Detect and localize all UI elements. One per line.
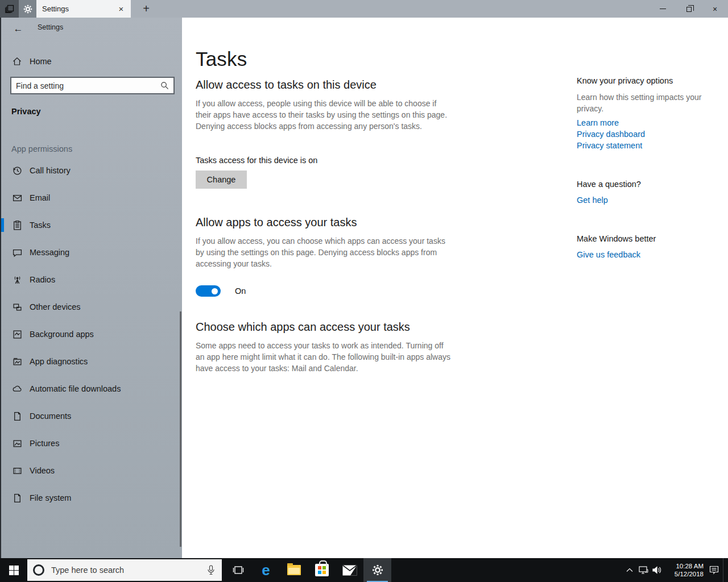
taskbar-store-button[interactable] xyxy=(308,558,336,582)
taskbar-search-input[interactable] xyxy=(44,566,187,575)
sidebar-item-label: File system xyxy=(30,493,71,502)
privacy-statement-link[interactable]: Privacy statement xyxy=(577,141,642,150)
sidebar-header: ← Settings xyxy=(1,18,182,43)
give-feedback-link[interactable]: Give us feedback xyxy=(577,250,640,259)
system-tray: 10:28 AM 5/12/2018 xyxy=(623,558,726,582)
privacy-dashboard-link[interactable]: Privacy dashboard xyxy=(577,130,645,139)
sidebar-item-messaging[interactable]: Messaging xyxy=(1,239,182,266)
other-devices-icon xyxy=(13,302,22,312)
taskbar-clock[interactable]: 10:28 AM 5/12/2018 xyxy=(667,562,704,578)
sidebar-item-label: Call history xyxy=(30,166,71,175)
task-view-button[interactable] xyxy=(224,558,252,582)
sidebar-item-label: Pictures xyxy=(30,439,59,448)
action-center-button[interactable] xyxy=(707,558,721,582)
sidebar-item-home[interactable]: Home xyxy=(1,50,182,73)
sidebar-item-label: Messaging xyxy=(30,248,69,257)
cloud-download-icon xyxy=(13,384,22,394)
task-view-icon xyxy=(233,564,244,576)
taskbar-search-box xyxy=(27,559,222,581)
app-access-toggle[interactable] xyxy=(196,285,221,297)
aside-privacy-heading: Know your privacy options xyxy=(577,76,673,85)
network-status-button[interactable] xyxy=(636,558,650,582)
minimize-button[interactable] xyxy=(650,0,676,18)
sidebar-item-label: Radios xyxy=(30,275,55,284)
start-button[interactable] xyxy=(0,558,27,582)
restore-button[interactable] xyxy=(676,0,702,18)
cortana-icon[interactable] xyxy=(33,564,44,576)
stacked-windows-icon xyxy=(5,5,14,14)
tab-close-icon[interactable]: × xyxy=(114,2,129,16)
show-desktop-button[interactable] xyxy=(723,558,726,582)
sidebar-item-tasks[interactable]: Tasks xyxy=(1,211,182,239)
background-apps-icon xyxy=(13,330,22,339)
close-button[interactable]: × xyxy=(702,0,728,18)
document-icon xyxy=(13,411,22,421)
sidebar-item-pictures[interactable]: Pictures xyxy=(1,430,182,457)
sidebar-item-label: Videos xyxy=(30,466,55,475)
sidebar-item-file-system[interactable]: File system xyxy=(1,484,182,512)
sidebar-item-label: Background apps xyxy=(30,330,94,339)
windows-logo-icon xyxy=(9,566,19,575)
file-explorer-icon xyxy=(287,565,301,575)
sidebar-item-videos[interactable]: Videos xyxy=(1,457,182,484)
settings-gear-icon xyxy=(19,0,36,18)
sidebar-item-other-devices[interactable]: Other devices xyxy=(1,293,182,321)
aside-privacy-body: Learn how this setting impacts your priv… xyxy=(577,92,713,114)
section-body-choose-apps: Some apps need to access your tasks to w… xyxy=(196,340,453,374)
sidebar-item-label: Email xyxy=(30,193,50,202)
sidebar-item-documents[interactable]: Documents xyxy=(1,402,182,430)
edge-icon: e xyxy=(262,563,270,577)
sidebar-item-radios[interactable]: Radios xyxy=(1,266,182,293)
main-content: Tasks Allow access to tasks on this devi… xyxy=(182,18,728,558)
sidebar-item-email[interactable]: Email xyxy=(1,184,182,211)
speaker-icon xyxy=(652,566,662,574)
settings-search-input[interactable] xyxy=(11,81,154,90)
get-help-link[interactable]: Get help xyxy=(577,196,608,205)
app-title: Settings xyxy=(38,23,63,31)
section-body-app-access: If you allow access, you can choose whic… xyxy=(196,235,453,269)
search-icon[interactable] xyxy=(160,81,169,90)
sidebar-item-app-diagnostics[interactable]: App diagnostics xyxy=(1,348,182,375)
email-icon xyxy=(13,193,22,203)
file-system-icon xyxy=(13,493,22,503)
hidden-icons-button[interactable] xyxy=(623,558,636,582)
section-heading-app-access: Allow apps to access your tasks xyxy=(196,216,357,229)
sidebar-item-label: Home xyxy=(30,57,52,66)
sidebar-item-label: Automatic file downloads xyxy=(30,384,121,393)
action-center-icon xyxy=(709,566,719,575)
new-tab-button[interactable]: + xyxy=(136,0,156,18)
volume-button[interactable] xyxy=(650,558,664,582)
messaging-icon xyxy=(13,248,22,257)
back-button[interactable]: ← xyxy=(9,20,27,38)
microphone-icon[interactable] xyxy=(207,565,215,575)
settings-search-box xyxy=(10,77,175,94)
tab-overview-button[interactable] xyxy=(0,0,19,18)
taskbar-file-explorer-button[interactable] xyxy=(280,558,308,582)
sidebar-scrollbar[interactable] xyxy=(180,311,181,547)
taskbar-mail-button[interactable] xyxy=(336,558,363,582)
settings-tab[interactable]: Settings × xyxy=(19,0,131,18)
clock-date: 5/12/2018 xyxy=(667,570,704,578)
restore-icon xyxy=(686,7,692,12)
minimize-icon xyxy=(660,9,666,9)
window-controls: × xyxy=(650,0,728,18)
toggle-state-label: On xyxy=(235,286,246,296)
taskbar-settings-button[interactable] xyxy=(363,558,391,582)
settings-icon xyxy=(372,564,383,576)
change-button[interactable]: Change xyxy=(196,171,247,189)
tab-strip: Settings × + × xyxy=(0,0,728,18)
app-diagnostics-icon xyxy=(13,357,22,367)
sidebar-item-call-history[interactable]: Call history xyxy=(1,157,182,184)
microsoft-store-icon xyxy=(315,564,329,576)
sidebar-item-label: Other devices xyxy=(30,302,80,311)
windows-settings-screen: Settings × + × ← Settings Home xyxy=(0,0,728,582)
sidebar-item-automatic-file-downloads[interactable]: Automatic file downloads xyxy=(1,375,182,402)
device-access-status: Tasks access for this device is on xyxy=(196,156,317,165)
learn-more-link[interactable]: Learn more xyxy=(577,118,619,127)
page-title: Tasks xyxy=(196,48,247,70)
taskbar-apps: e xyxy=(224,558,391,582)
taskbar: e xyxy=(0,558,728,582)
taskbar-edge-button[interactable]: e xyxy=(252,558,280,582)
sidebar-item-label: App diagnostics xyxy=(30,357,88,366)
sidebar-item-background-apps[interactable]: Background apps xyxy=(1,321,182,348)
